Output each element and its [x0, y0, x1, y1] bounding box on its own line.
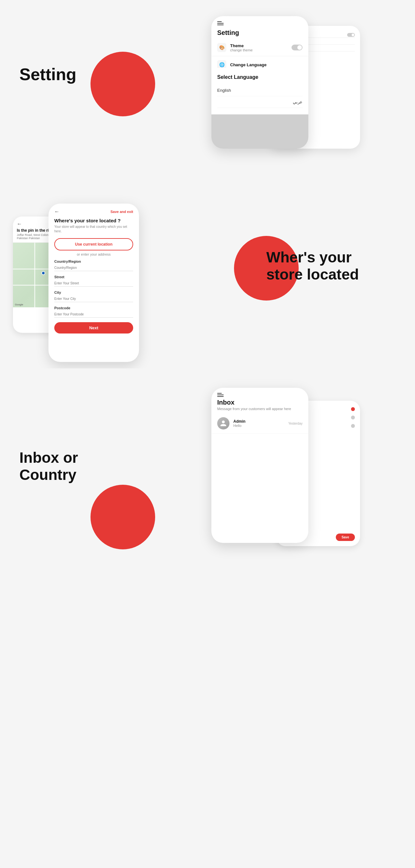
- hamburger-line-1: [217, 21, 222, 22]
- postcode-label: Postcode: [54, 306, 133, 310]
- dot-red: [351, 407, 355, 411]
- hamburger-line-3: [217, 25, 224, 25]
- avatar-icon: [220, 420, 227, 427]
- use-location-button[interactable]: Use current location: [54, 238, 133, 250]
- setting-section-label: Setting: [20, 65, 76, 84]
- or-text: or enter your address: [49, 252, 139, 256]
- message-sender: Admin: [233, 419, 285, 424]
- section-inbox: Inbox or Country ss Save Inbox Message f…: [0, 368, 415, 595]
- save-exit-text[interactable]: Save and exit: [111, 210, 133, 214]
- store-subtitle: Your store will appear to that country w…: [54, 225, 133, 234]
- theme-label: Theme: [230, 43, 288, 48]
- store-phone-header: ← Save and exit: [49, 204, 139, 218]
- phone-mockup-front-1: Setting 🎨 Theme change theme 🌐 Change La…: [211, 16, 308, 149]
- inbox-hamburger-line-2: [217, 395, 224, 395]
- inbox-subtitle: Message from your customers will appear …: [217, 407, 302, 411]
- inbox-title: Inbox: [217, 399, 302, 406]
- theme-toggle[interactable]: [292, 44, 302, 51]
- message-avatar: [217, 417, 230, 430]
- dot-grey-2: [351, 424, 355, 428]
- hamburger-line-2: [217, 23, 224, 24]
- phone-store-front: ← Save and exit Where's your store locat…: [49, 204, 139, 362]
- phone-inbox-front: Inbox Message from your customers will a…: [211, 388, 308, 543]
- store-section-label: Wher's your store located: [266, 249, 389, 283]
- language-text: Change Language: [230, 62, 302, 67]
- phone-header: [211, 16, 308, 28]
- message-time: Yesterday: [288, 422, 302, 425]
- inbox-section-label: Inbox or Country: [20, 449, 129, 484]
- map-google-label: Google: [15, 303, 23, 306]
- theme-icon: 🎨: [217, 43, 226, 52]
- city-label: City: [54, 290, 133, 294]
- postcode-field-group: Postcode: [54, 306, 133, 318]
- inbox-hamburger-icon[interactable]: [217, 393, 224, 397]
- country-label: Country/Region: [54, 259, 133, 264]
- section-store: Wher's your store located ← Is the pin i…: [0, 184, 415, 355]
- inbox-header: Inbox Message from your customers will a…: [211, 388, 308, 413]
- language-label: Change Language: [230, 62, 302, 67]
- language-dropdown: Select Language English عربي: [211, 68, 308, 115]
- postcode-input[interactable]: [54, 311, 133, 318]
- country-input[interactable]: [54, 265, 133, 271]
- language-option-arabic[interactable]: عربي: [217, 96, 302, 108]
- decorative-circle-1: [90, 52, 155, 116]
- map-road-v1: [34, 243, 35, 307]
- theme-text: Theme change theme: [230, 43, 288, 52]
- section-setting: Setting change theme go language t Fresh…: [0, 0, 415, 171]
- language-option-english[interactable]: English: [217, 85, 302, 96]
- street-label: Street: [54, 275, 133, 279]
- country-field-group: Country/Region: [54, 259, 133, 271]
- decorative-circle-3: [90, 485, 155, 549]
- street-field-group: Street: [54, 275, 133, 287]
- message-preview: Hello: [233, 424, 285, 428]
- setting-title: Setting: [211, 28, 308, 39]
- hamburger-icon[interactable]: [217, 21, 224, 25]
- street-input[interactable]: [54, 280, 133, 287]
- message-content: Admin Hello: [233, 419, 285, 428]
- back-arrow-icon[interactable]: ←: [54, 209, 59, 215]
- store-title: Where's your store located ?: [54, 218, 133, 223]
- city-field-group: City: [54, 290, 133, 302]
- dot-grey-1: [351, 415, 355, 420]
- theme-sub: change theme: [230, 48, 288, 52]
- inbox-hamburger-line-1: [217, 393, 222, 394]
- avatar-inner: [217, 417, 230, 430]
- inbox-hamburger-line-3: [217, 396, 224, 397]
- map-pin: [41, 271, 45, 275]
- inbox-message-item[interactable]: Admin Hello Yesterday: [211, 413, 308, 434]
- city-input[interactable]: [54, 296, 133, 302]
- next-button[interactable]: Next: [54, 322, 133, 334]
- setting-item-theme[interactable]: 🎨 Theme change theme: [211, 39, 308, 56]
- inbox-back-save-button[interactable]: Save: [336, 533, 355, 541]
- language-dropdown-title: Select Language: [217, 74, 302, 80]
